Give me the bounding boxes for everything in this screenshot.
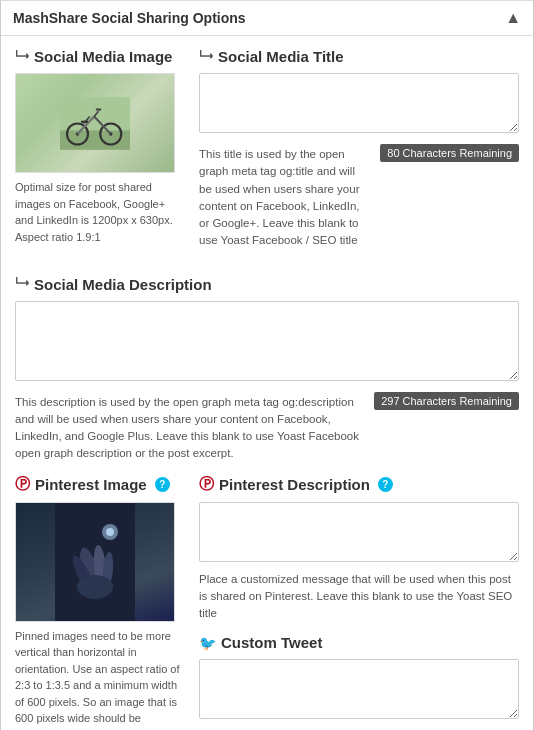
desc-desc-area: This description is used by the open gra… — [15, 388, 519, 463]
pinterest-desc-heading: Ⓟ Pinterest Description ? — [199, 475, 519, 494]
mashare-panel: MashShare Social Sharing Options ▲ ⮡ Soc… — [0, 0, 534, 730]
pinterest-desc-help-icon[interactable]: ? — [378, 477, 393, 492]
social-media-image-title: ⮡ Social Media Image — [15, 48, 185, 65]
panel-header: MashShare Social Sharing Options ▲ — [1, 1, 533, 36]
svg-point-19 — [77, 575, 113, 599]
panel-body: ⮡ Social Media Image — [1, 36, 533, 730]
pinterest-illustration — [55, 502, 135, 622]
pinterest-image-help-icon[interactable]: ? — [155, 477, 170, 492]
pinterest-desc-input[interactable] — [199, 502, 519, 562]
social-media-title-field: This title is used by the open graph met… — [199, 73, 519, 250]
social-media-image-caption: Optimal size for post shared images on F… — [15, 179, 185, 245]
share-icon: ⮡ — [15, 49, 29, 65]
social-media-desc-heading: ⮡ Social Media Description — [15, 276, 519, 293]
social-media-title-wrap — [199, 73, 519, 136]
bike-illustration — [60, 96, 130, 151]
pinterest-icon-2: Ⓟ — [199, 475, 214, 494]
social-media-desc-text: This description is used by the open gra… — [15, 394, 364, 463]
panel-title: MashShare Social Sharing Options — [13, 10, 246, 26]
social-media-desc-field: This description is used by the open gra… — [15, 301, 519, 463]
social-media-title-desc: This title is used by the open graph met… — [199, 146, 370, 250]
desc-char-badge: 297 Characters Remaining — [374, 392, 519, 410]
pinterest-desc-field: Place a customized message that will be … — [199, 502, 519, 623]
pinterest-image-caption: Pinned images need to be more vertical t… — [15, 628, 185, 731]
row-pinterest: Ⓟ Pinterest Image ? — [15, 475, 519, 731]
svg-point-21 — [106, 528, 114, 536]
custom-tweet-input[interactable] — [199, 659, 519, 719]
pinterest-icon: Ⓟ — [15, 475, 30, 494]
social-media-image-preview — [15, 73, 175, 173]
social-media-title-input[interactable] — [199, 73, 519, 133]
pinterest-image-title: Ⓟ Pinterest Image ? — [15, 475, 185, 494]
social-media-title-heading: ⮡ Social Media Title — [199, 48, 519, 65]
title-char-badge: 80 Characters Remaining — [380, 144, 519, 162]
social-media-title-col: ⮡ Social Media Title This title is used … — [199, 48, 519, 262]
share-icon-2: ⮡ — [199, 49, 213, 65]
pinterest-right-col: Ⓟ Pinterest Description ? Place a custom… — [199, 475, 519, 731]
custom-tweet-field: Based on the shortened post url and the … — [199, 659, 519, 730]
social-media-desc-input[interactable] — [15, 301, 519, 381]
social-media-desc-section: ⮡ Social Media Description This descript… — [15, 276, 519, 463]
custom-tweet-heading: 🐦 Custom Tweet — [199, 634, 519, 651]
twitter-icon: 🐦 — [199, 635, 216, 651]
title-desc-area: This title is used by the open graph met… — [199, 140, 519, 250]
pinterest-image-col: Ⓟ Pinterest Image ? — [15, 475, 185, 731]
social-media-image-col: ⮡ Social Media Image — [15, 48, 185, 262]
row-social-media: ⮡ Social Media Image — [15, 48, 519, 262]
tweet-desc-area: Based on the shortened post url and the … — [199, 726, 519, 730]
pinterest-image-preview — [15, 502, 175, 622]
pinterest-desc-text: Place a customized message that will be … — [199, 571, 519, 623]
panel-toggle-icon[interactable]: ▲ — [505, 9, 521, 27]
share-icon-3: ⮡ — [15, 276, 29, 292]
